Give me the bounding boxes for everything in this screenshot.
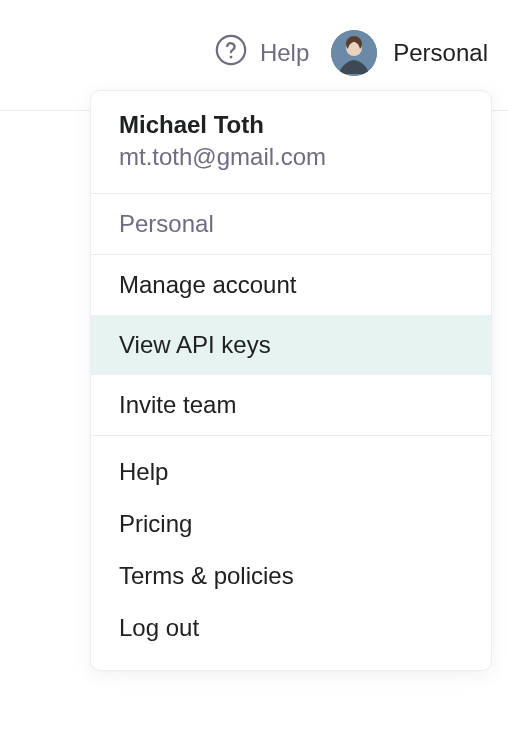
menu-help[interactable]: Help xyxy=(91,446,491,498)
avatar xyxy=(331,30,377,76)
account-menu-button[interactable]: Personal xyxy=(331,30,488,76)
user-email: mt.toth@gmail.com xyxy=(119,143,463,171)
menu-invite-team[interactable]: Invite team xyxy=(91,375,491,435)
workspace-label: Personal xyxy=(91,194,491,254)
account-label: Personal xyxy=(393,39,488,67)
menu-view-api-keys[interactable]: View API keys xyxy=(91,315,491,375)
help-button[interactable]: Help xyxy=(214,33,309,73)
dropdown-lower-section: Help Pricing Terms & policies Log out xyxy=(91,436,491,670)
help-label: Help xyxy=(260,39,309,67)
dropdown-header: Michael Toth mt.toth@gmail.com xyxy=(91,91,491,193)
help-icon xyxy=(214,33,248,73)
menu-manage-account[interactable]: Manage account xyxy=(91,255,491,315)
menu-log-out[interactable]: Log out xyxy=(91,602,491,654)
menu-terms[interactable]: Terms & policies xyxy=(91,550,491,602)
menu-pricing[interactable]: Pricing xyxy=(91,498,491,550)
svg-point-1 xyxy=(229,56,232,59)
user-name: Michael Toth xyxy=(119,111,463,139)
page-root: Help Personal Michael Toth mt.toth@gmail… xyxy=(0,0,508,730)
account-dropdown: Michael Toth mt.toth@gmail.com Personal … xyxy=(90,90,492,671)
